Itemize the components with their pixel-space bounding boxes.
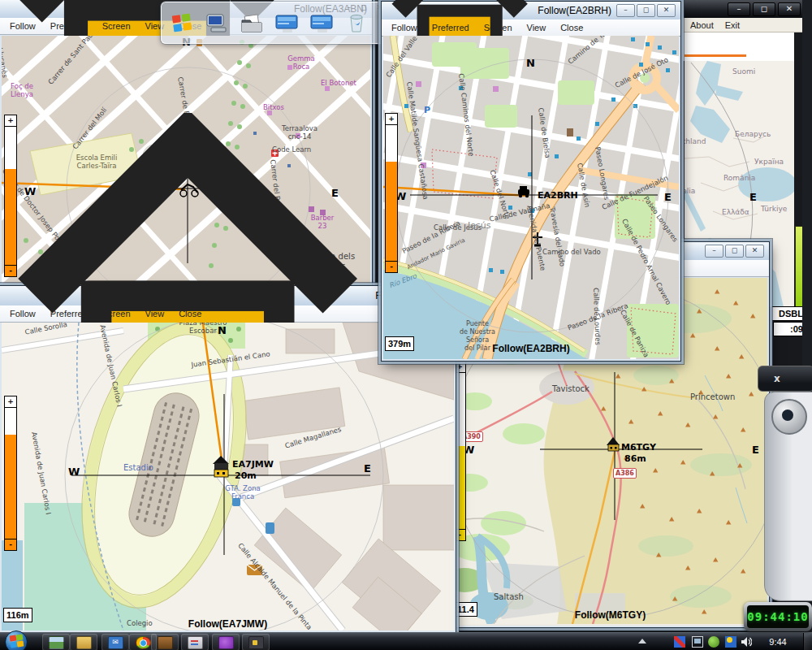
menu-view[interactable]: View [145, 309, 165, 318]
remote-app-icon[interactable] [309, 11, 334, 35]
tray-green-icon[interactable] [708, 636, 719, 648]
taskbar-app-explorer[interactable] [70, 634, 97, 650]
country-label: Suomi [732, 67, 755, 76]
menu-screen[interactable]: Screen [102, 309, 131, 318]
zoom-fill[interactable] [5, 435, 16, 539]
taskbar-app-mail[interactable]: ✉ [102, 634, 129, 650]
menu-exit[interactable]: Exit [725, 20, 740, 30]
volume-knob-gadget[interactable] [764, 392, 812, 601]
main-maximize-button[interactable]: ◻ [753, 2, 775, 16]
menu-close[interactable]: Close [560, 23, 583, 32]
altitude-label: 20m [235, 470, 257, 481]
zoom-slider[interactable]: + - [4, 396, 17, 551]
close-button[interactable]: ✕ [657, 4, 676, 17]
country-label: România [723, 174, 755, 182]
zoom-fill[interactable] [386, 162, 397, 261]
menu-screen[interactable]: Screen [484, 23, 512, 32]
maximize-button[interactable]: ◻ [725, 245, 744, 258]
zoom-out-button[interactable]: - [454, 529, 465, 540]
menu-follow[interactable]: Follow [10, 309, 36, 318]
callsign-label: M6TGY [621, 442, 656, 453]
digital-clock-gadget[interactable]: 09:44:10 [744, 602, 812, 631]
maximize-button[interactable]: ◻ [637, 4, 655, 17]
hidden-icons-arrow[interactable] [638, 639, 646, 644]
menu-close[interactable]: Close [179, 309, 201, 318]
zoom-track[interactable] [454, 373, 465, 446]
main-menubar: About Exit [683, 18, 808, 32]
zoom-track[interactable] [386, 125, 397, 162]
clock-display: 09:44:10 [747, 605, 809, 628]
zoom-out-button[interactable]: - [386, 261, 397, 272]
zoom-fill[interactable] [454, 446, 465, 529]
menu-follow[interactable]: Follow [391, 23, 417, 32]
taskbar-app-7[interactable] [212, 634, 240, 650]
menu-preferred[interactable]: Preferred [50, 309, 88, 318]
main-close-button[interactable]: ✕ [778, 2, 801, 16]
compass-north: N [526, 57, 535, 69]
close-button[interactable]: ✕ [745, 245, 764, 258]
status-time: :09 [773, 322, 806, 336]
map-canvas-ea7jmw[interactable]: Calle Sorolla Plaza Maestro Escobar Juan… [2, 323, 454, 630]
place-label: Estadio [123, 463, 153, 473]
bridge-label: Puente [455, 320, 500, 327]
tray-aprs-icon[interactable] [674, 636, 685, 648]
callsign-label: EA2BRH [538, 190, 578, 201]
tray-weather-icon[interactable] [725, 636, 736, 648]
compass-east: E [664, 191, 672, 203]
menu-screen[interactable]: Screen [102, 21, 131, 31]
taskbar-clock[interactable]: 9:44 [760, 633, 796, 650]
parking-label: P [424, 106, 430, 116]
zoom-out-button[interactable]: - [5, 539, 16, 550]
tray-volume-icon[interactable] [741, 636, 752, 648]
zoom-in-button[interactable]: + [454, 362, 465, 373]
poi-label: Foç de Llenya [6, 83, 38, 99]
compass-east: E [364, 462, 371, 474]
window-title: Follow(EA2BRH) [538, 2, 611, 20]
country-label: Deutschland [685, 137, 706, 145]
taskbar-app-photo-viewer[interactable] [42, 634, 70, 650]
documents-folder-icon[interactable] [240, 11, 264, 35]
place-label: GTA. Zona Franca [221, 485, 265, 501]
my-computer-icon[interactable] [205, 11, 229, 35]
country-label: Україна [754, 158, 784, 166]
map-caption: Follow(M6TGY) [453, 609, 767, 621]
minimize-button[interactable]: – [616, 4, 635, 17]
main-minimize-button[interactable]: – [728, 2, 750, 16]
map-caption: Follow(EA7JMW) [2, 618, 454, 630]
country-label: Türkiye [761, 205, 787, 213]
map-canvas-ea2brh[interactable]: Calle del Valle de Zuriza Calle Matilde … [383, 36, 679, 359]
altitude-label: 86m [624, 453, 646, 464]
remote-app-icon[interactable] [274, 11, 299, 35]
window-follow-ea2brh[interactable]: Follow(EA2BRH) – ◻ ✕ Follow Preferred Sc… [382, 2, 680, 361]
windows-logo-icon[interactable] [170, 11, 194, 35]
country-label: Italia [685, 187, 695, 195]
menu-preferred[interactable]: Preferred [50, 21, 88, 31]
taskbar-app-5[interactable] [151, 634, 179, 650]
volume-knob[interactable] [771, 399, 807, 435]
menu-follow[interactable]: Follow [10, 21, 36, 31]
compass-east: E [752, 444, 759, 456]
gadget-close-bar[interactable]: x [758, 366, 812, 392]
desktop-quicklaunch-toolbar: –◻✕ [161, 2, 395, 44]
zoom-slider[interactable]: + - [385, 113, 398, 273]
bridge-label: de Nuestra [455, 328, 500, 336]
poi-label: El Botonet [321, 80, 356, 88]
taskbar-app-8[interactable] [242, 634, 270, 650]
ghost-window-controls[interactable]: –◻✕ [347, 3, 382, 11]
menu-view[interactable]: View [527, 23, 546, 32]
tray-network-icon[interactable] [692, 636, 703, 648]
menu-about[interactable]: About [690, 20, 714, 30]
zoom-track[interactable] [5, 408, 16, 435]
menu-preferred[interactable]: Preferred [432, 23, 469, 32]
taskbar-app-6[interactable] [181, 634, 209, 650]
map-caption: Follow(EA2BRH) [383, 343, 679, 354]
zoom-in-button[interactable]: + [386, 114, 397, 125]
recycle-bin-icon[interactable] [344, 11, 369, 35]
town-label: Princetown [690, 392, 735, 402]
show-desktop-button[interactable] [803, 633, 812, 650]
minimize-button[interactable]: – [705, 245, 723, 258]
titlebar-ea2brh[interactable]: Follow(EA2BRH) – ◻ ✕ [382, 2, 680, 20]
zoom-in-button[interactable]: + [5, 396, 16, 408]
start-button[interactable] [5, 630, 28, 650]
gadget-close-button[interactable]: x [774, 373, 780, 384]
